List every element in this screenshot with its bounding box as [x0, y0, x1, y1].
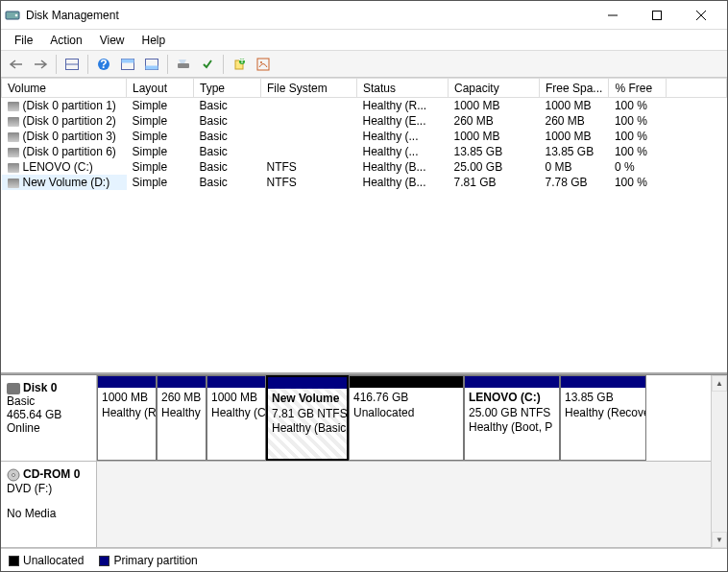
volume-row[interactable]: (Disk 0 partition 6)SimpleBasicHealthy (…: [2, 144, 727, 159]
legend: Unallocated Primary partition: [1, 548, 727, 571]
disk-mgmt-icon: [5, 8, 20, 23]
partition-header: [561, 376, 645, 388]
partition[interactable]: 1000 MBHealthy (R: [97, 375, 157, 461]
col-free[interactable]: Free Spa...: [540, 79, 609, 98]
volume-icon: [8, 102, 19, 111]
settings-top-button[interactable]: [116, 53, 139, 76]
partition[interactable]: New Volume7.81 GB NTFSHealthy (Basic: [266, 375, 349, 461]
col-capacity[interactable]: Capacity: [449, 79, 540, 98]
svg-rect-3: [653, 11, 662, 19]
svg-rect-11: [122, 59, 134, 62]
close-button[interactable]: [679, 2, 723, 29]
partition[interactable]: 1000 MBHealthy (C: [206, 375, 266, 461]
volume-row[interactable]: (Disk 0 partition 3)SimpleBasicHealthy (…: [2, 129, 727, 144]
menu-view[interactable]: View: [92, 32, 133, 49]
col-fs[interactable]: File System: [261, 79, 357, 98]
partition[interactable]: 260 MBHealthy: [157, 375, 206, 461]
menu-action[interactable]: Action: [42, 32, 89, 49]
partition[interactable]: LENOVO (C:)25.00 GB NTFSHealthy (Boot, P: [464, 375, 560, 461]
volume-row[interactable]: (Disk 0 partition 1)SimpleBasicHealthy (…: [2, 98, 727, 114]
maximize-button[interactable]: [635, 2, 679, 29]
toolbar: ? +: [1, 51, 727, 78]
col-status[interactable]: Status: [357, 79, 449, 98]
col-pct[interactable]: % Free: [609, 79, 667, 98]
partition-header: [350, 376, 463, 388]
cdrom-row: CD-ROM 0 DVD (F:) No Media: [1, 462, 711, 548]
svg-point-21: [12, 474, 15, 477]
volume-icon: [8, 148, 19, 157]
svg-text:?: ?: [100, 58, 107, 71]
help-button[interactable]: ?: [92, 53, 115, 76]
disk-row: Disk 0 Basic 465.64 GB Online 1000 MBHea…: [1, 375, 711, 462]
graphical-view[interactable]: Disk 0 Basic 465.64 GB Online 1000 MBHea…: [1, 375, 711, 548]
volume-icon: [8, 117, 19, 127]
properties-button[interactable]: [252, 53, 275, 76]
volume-row[interactable]: New Volume (D:)SimpleBasicNTFSHealthy (B…: [2, 175, 727, 190]
partition[interactable]: 13.85 GBHealthy (Recove: [560, 375, 646, 461]
partition[interactable]: 416.76 GBUnallocated: [349, 375, 464, 461]
view-panels-button[interactable]: [61, 53, 84, 76]
settings-bottom-button[interactable]: [140, 53, 163, 76]
scroll-down-icon[interactable]: ▼: [712, 532, 727, 548]
volume-icon: [8, 163, 19, 173]
partition-header: [465, 376, 559, 388]
cdrom-label[interactable]: CD-ROM 0 DVD (F:) No Media: [1, 462, 97, 547]
volume-icon: [8, 132, 19, 142]
partition-header: [158, 376, 206, 388]
legend-swatch-unallocated: [9, 556, 19, 566]
svg-point-1: [15, 13, 18, 16]
svg-rect-13: [146, 65, 158, 69]
graphical-scrollbar[interactable]: ▲ ▼: [711, 375, 727, 548]
scroll-up-icon[interactable]: ▲: [712, 375, 727, 392]
svg-text:+: +: [238, 58, 245, 67]
svg-point-19: [260, 61, 262, 63]
nav-back-button[interactable]: [5, 53, 28, 76]
nav-forward-button[interactable]: [29, 53, 52, 76]
new-item-button[interactable]: +: [228, 53, 251, 76]
disk-label[interactable]: Disk 0 Basic 465.64 GB Online: [1, 375, 97, 461]
disk-icon: [7, 383, 20, 394]
volume-list[interactable]: Volume Layout Type File System Status Ca…: [1, 78, 727, 374]
menu-file[interactable]: File: [7, 32, 40, 49]
partition-header: [98, 376, 156, 388]
check-button[interactable]: [196, 53, 219, 76]
col-volume[interactable]: Volume: [2, 79, 127, 98]
cdrom-icon: [7, 468, 20, 482]
volume-row[interactable]: (Disk 0 partition 2)SimpleBasicHealthy (…: [2, 113, 727, 129]
partition-header: [268, 377, 347, 389]
minimize-button[interactable]: [591, 2, 635, 29]
col-type[interactable]: Type: [194, 79, 261, 98]
window-title: Disk Management: [26, 9, 591, 22]
volume-row[interactable]: LENOVO (C:)SimpleBasicNTFSHealthy (B...2…: [2, 159, 727, 175]
partition-header: [207, 376, 265, 388]
volume-icon: [8, 179, 19, 188]
menubar: File Action View Help: [1, 30, 727, 51]
col-layout[interactable]: Layout: [127, 79, 194, 98]
svg-rect-14: [178, 63, 189, 68]
volume-header-row: Volume Layout Type File System Status Ca…: [2, 79, 727, 98]
menu-help[interactable]: Help: [134, 32, 174, 49]
legend-swatch-primary: [99, 556, 109, 566]
scan-button[interactable]: [172, 53, 195, 76]
